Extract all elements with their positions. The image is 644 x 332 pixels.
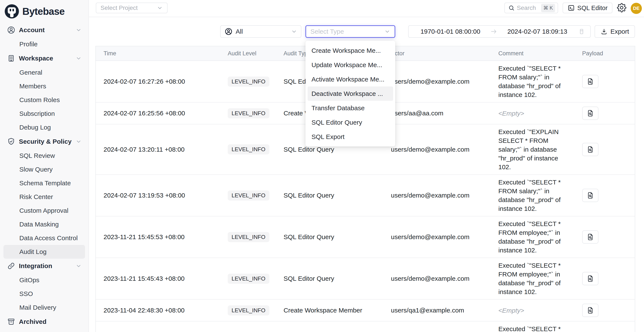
sidebar-group-label: Archived xyxy=(19,318,46,325)
cell-audit-type: SQL Editor Query xyxy=(278,233,385,241)
cell-actor: users/demo@example.com xyxy=(385,78,492,85)
search-shortcut-badge: ⌘ K xyxy=(541,4,555,12)
sidebar-item-sso[interactable]: SSO xyxy=(4,287,85,301)
sidebar-item-gitops[interactable]: GitOps xyxy=(4,273,85,287)
cell-audit-level: LEVEL_INFO xyxy=(222,144,278,155)
cell-comment: Executed `"SELECT * FROM employee;"` in … xyxy=(492,219,576,255)
dropdown-option-create-workspace-me[interactable]: Create Workspace Me... xyxy=(308,43,393,58)
cell-payload xyxy=(576,230,635,244)
search-placeholder: Search xyxy=(517,4,536,11)
cell-actor: users/qa1@example.com xyxy=(385,307,492,314)
cell-actor: users/demo@example.com xyxy=(385,233,492,241)
sidebar-group-label: Workspace xyxy=(19,55,53,62)
sidebar-item-general[interactable]: General xyxy=(4,66,85,79)
audit-level-badge: LEVEL_INFO xyxy=(228,274,269,284)
cell-comment: Executed `"SELECT * FROM salary;"` in da… xyxy=(492,64,576,99)
cell-actor: users/aa@aa.com xyxy=(385,110,492,117)
sql-editor-label: SQL Editor xyxy=(578,4,608,11)
cell-comment: Executed `"EXPLAIN SELECT * FROM salary;… xyxy=(492,127,576,171)
cell-time: 2023-11-04 22:48:30 +08:00 xyxy=(96,307,222,314)
export-button[interactable]: Export xyxy=(594,25,635,38)
cell-time: 2024-02-07 16:27:26 +08:00 xyxy=(96,78,222,85)
cell-audit-level: LEVEL_INFO xyxy=(222,274,278,284)
table-row[interactable]: 2023-11-04 22:48:30 +08:00 LEVEL_INFO Cr… xyxy=(96,300,635,322)
view-payload-button[interactable] xyxy=(582,75,598,88)
project-select[interactable]: Select Project xyxy=(96,2,168,13)
table-row[interactable]: 2024-02-07 13:19:53 +08:00 LEVEL_INFO SQ… xyxy=(96,175,635,216)
cell-audit-type: Create Workspace Member xyxy=(278,307,385,314)
chevron-down-icon xyxy=(76,55,82,61)
sidebar-group-security-policy[interactable]: Security & Policy xyxy=(4,134,85,149)
cell-actor: users/demo@example.com xyxy=(385,275,492,282)
sidebar-item-risk-center[interactable]: Risk Center xyxy=(4,190,85,204)
sidebar-item-debug-log[interactable]: Debug Log xyxy=(4,121,85,134)
date-from[interactable]: 1970-01-01 08:00:00 xyxy=(420,28,480,35)
cell-comment: Executed `"SELECT * FROM employee;"` in … xyxy=(492,261,576,296)
arrow-right-icon xyxy=(490,28,498,35)
audit-level-badge: LEVEL_INFO xyxy=(228,144,269,155)
sidebar-item-data-access-control[interactable]: Data Access Control xyxy=(4,231,85,245)
calendar-icon xyxy=(578,28,585,35)
sidebar-item-custom-approval[interactable]: Custom Approval xyxy=(4,204,85,217)
audit-level-badge: LEVEL_INFO xyxy=(228,108,269,118)
dropdown-option-update-workspace-me[interactable]: Update Workspace Me... xyxy=(308,58,393,72)
sidebar-item-subscription[interactable]: Subscription xyxy=(4,107,85,121)
avatar[interactable]: DE xyxy=(631,3,642,14)
sidebar-item-data-masking[interactable]: Data Masking xyxy=(4,217,85,231)
dropdown-option-deactivate-workspace[interactable]: Deactivate Workspace ... xyxy=(308,86,393,101)
archive-icon xyxy=(7,318,16,326)
sidebar-item-members[interactable]: Members xyxy=(4,79,85,93)
cell-comment: Executed `"SELECT * FROM department;"` i… xyxy=(492,325,576,332)
sidebar-item-profile[interactable]: Profile xyxy=(4,37,85,51)
sidebar-group-workspace[interactable]: Workspace xyxy=(4,51,85,66)
search-input[interactable]: Search ⌘ K xyxy=(504,2,558,13)
sidebar-item-label: Custom Approval xyxy=(19,207,68,214)
dropdown-option-activate-workspace-me[interactable]: Activate Workspace Me... xyxy=(308,72,393,86)
dropdown-option-sql-editor-query[interactable]: SQL Editor Query xyxy=(308,115,393,130)
view-payload-button[interactable] xyxy=(582,304,598,317)
dropdown-option-sql-export[interactable]: SQL Export xyxy=(308,130,393,144)
chevron-down-icon xyxy=(76,263,82,269)
cell-payload xyxy=(576,272,635,285)
sidebar-group-integration[interactable]: Integration xyxy=(4,259,85,273)
audit-level-badge: LEVEL_INFO xyxy=(228,190,269,200)
sql-editor-button[interactable]: SQL Editor xyxy=(562,2,612,13)
dropdown-option-transfer-database[interactable]: Transfer Database xyxy=(308,101,393,115)
audit-level-badge: LEVEL_INFO xyxy=(228,232,269,242)
bytebase-logo[interactable]: Bytebase xyxy=(0,0,88,23)
view-payload-button[interactable] xyxy=(582,272,598,285)
building-icon xyxy=(7,54,16,63)
sidebar-item-audit-log[interactable]: Audit Log xyxy=(4,245,85,259)
sidebar-item-mail-delivery[interactable]: Mail Delivery xyxy=(4,301,85,315)
sidebar-item-slow-query[interactable]: Slow Query xyxy=(4,163,85,176)
table-row[interactable]: 2023-11-04 21:26:34 +08:00 LEVEL_INFO SQ… xyxy=(96,322,635,332)
table-row[interactable]: 2023-11-21 15:45:53 +08:00 LEVEL_INFO SQ… xyxy=(96,216,635,258)
terminal-icon xyxy=(568,4,575,11)
sidebar-group-account[interactable]: Account xyxy=(4,23,85,37)
chevron-down-icon xyxy=(76,139,82,145)
table-row[interactable]: 2023-11-21 15:45:43 +08:00 LEVEL_INFO SQ… xyxy=(96,258,635,300)
settings-gear-icon[interactable] xyxy=(617,3,627,13)
view-payload-button[interactable] xyxy=(582,143,598,156)
cell-audit-level: LEVEL_INFO xyxy=(222,232,278,242)
view-payload-button[interactable] xyxy=(582,230,598,244)
sidebar-group-archived[interactable]: Archived xyxy=(4,315,85,329)
chevron-down-icon xyxy=(157,5,163,11)
user-circle-icon xyxy=(7,26,16,34)
cell-actor: users/demo@example.com xyxy=(385,192,492,199)
sidebar-item-schema-template[interactable]: Schema Template xyxy=(4,176,85,190)
cell-payload xyxy=(576,304,635,317)
export-label: Export xyxy=(610,28,629,35)
sidebar-item-custom-roles[interactable]: Custom Roles xyxy=(4,93,85,107)
sidebar-item-sql-review[interactable]: SQL Review xyxy=(4,149,85,163)
date-to[interactable]: 2024-02-07 18:09:13 xyxy=(508,28,567,35)
view-payload-button[interactable] xyxy=(582,189,598,202)
cell-audit-level: LEVEL_INFO xyxy=(222,77,278,87)
sidebar-group-label: Security & Policy xyxy=(19,138,72,145)
actor-filter-select[interactable]: All xyxy=(220,25,302,38)
date-range-picker[interactable]: 1970-01-01 08:00:00 2024-02-07 18:09:13 xyxy=(408,25,591,38)
view-payload-button[interactable] xyxy=(582,107,598,120)
cell-audit-type: SQL Editor Query xyxy=(278,192,385,199)
cell-audit-level: LEVEL_INFO xyxy=(222,305,278,316)
type-filter-select[interactable]: Select Type xyxy=(306,25,395,38)
